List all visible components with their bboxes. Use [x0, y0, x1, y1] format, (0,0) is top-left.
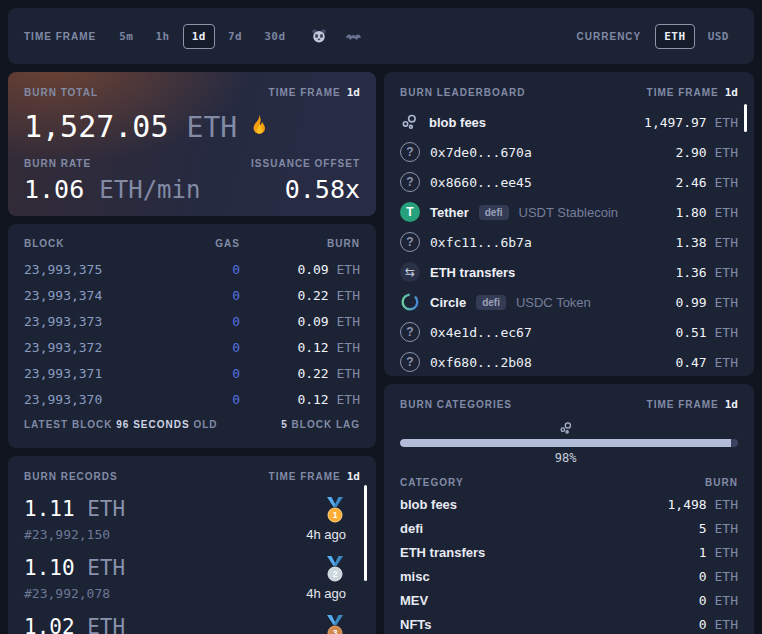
- category-bar-track: [400, 439, 738, 447]
- leaderboard-entry-name: 0x8660...ee45: [430, 175, 532, 190]
- burn-records-list: 1.11 ETH #23,992,150 1 4h ago 1.10 ETH #…: [24, 497, 360, 634]
- timeframe-button-1h[interactable]: 1h: [146, 24, 178, 49]
- block-number: 23,993,373: [24, 310, 162, 333]
- latest-block-age-prefix: LATEST BLOCK: [24, 419, 112, 430]
- category-name: MEV: [400, 593, 428, 608]
- block-gas: 0: [162, 362, 240, 385]
- leaderboard-row[interactable]: ? 0x4e1d...ec67 0.51 ETH: [400, 317, 738, 347]
- burn-column-header: BURN: [240, 238, 360, 255]
- block-gas: 0: [162, 310, 240, 333]
- leaderboard-entry-amount: 0.47 ETH: [675, 355, 738, 370]
- block-number: 23,993,370: [24, 388, 162, 411]
- burn-total-amount: 1,527.05 ETH: [24, 109, 360, 144]
- gas-column-header: GAS: [162, 238, 240, 255]
- category-amount: 1,498 ETH: [668, 497, 738, 512]
- panda-icon[interactable]: [309, 26, 329, 46]
- record-right: 1 4h ago: [306, 497, 360, 542]
- leaderboard-entry-amount: 2.90 ETH: [675, 145, 738, 160]
- leaderboard-entry-name: 0x7de0...670a: [430, 145, 532, 160]
- block-lag-label: BLOCK LAG: [292, 419, 360, 430]
- question-icon: ?: [400, 142, 420, 162]
- category-bar-fill-blob-fees: [400, 439, 731, 447]
- record-block-number: #23,992,078: [24, 586, 125, 601]
- timeframe-button-5m[interactable]: 5m: [110, 24, 142, 49]
- record-left: 1.11 ETH #23,992,150: [24, 497, 125, 542]
- timeframe-button-30d[interactable]: 30d: [255, 24, 294, 49]
- records-scrollbar[interactable]: [364, 485, 367, 581]
- category-column-header: CATEGORY: [400, 477, 464, 488]
- leaderboard-row[interactable]: ? 0x7de0...670a 2.90 ETH: [400, 137, 738, 167]
- block-burn: 0.12 ETH: [240, 336, 360, 359]
- currency-button-usd[interactable]: USD: [699, 24, 738, 49]
- circle-icon: [400, 292, 420, 312]
- svg-text:1: 1: [333, 510, 338, 520]
- currency-button-eth[interactable]: ETH: [655, 24, 694, 49]
- currency-controls: CURRENCY ETHUSD: [577, 24, 738, 49]
- bat-icon: [345, 30, 362, 43]
- block-gas: 0: [162, 258, 240, 281]
- category-amount: 5 ETH: [699, 521, 738, 536]
- burn-categories-title: BURN CATEGORIES: [400, 399, 512, 410]
- record-amount: 1.11 ETH: [24, 497, 125, 521]
- block-number: 23,993,375: [24, 258, 162, 281]
- burn-total-card: BURN TOTAL TIME FRAME 1d 1,527.05 ETH BU…: [8, 72, 376, 216]
- bat-icon[interactable]: [343, 28, 364, 45]
- block-number: 23,993,374: [24, 284, 162, 307]
- leaderboard-row[interactable]: blob fees 1,497.97 ETH: [400, 107, 738, 137]
- block-number: 23,993,372: [24, 336, 162, 359]
- blob-icon: [400, 113, 419, 132]
- category-amount: 1 ETH: [699, 545, 738, 560]
- leaderboard-row[interactable]: ⇆ ETH transfers 1.36 ETH: [400, 257, 738, 287]
- leaderboard-rows: blob fees 1,497.97 ETH ? 0x7de0...670a 2…: [400, 107, 738, 376]
- leaderboard-row[interactable]: ? 0xfc11...6b7a 1.38 ETH: [400, 227, 738, 257]
- burn-total-timeframe-chip[interactable]: TIME FRAME 1d: [269, 86, 360, 99]
- record-left: 1.10 ETH #23,992,078: [24, 556, 125, 601]
- leaderboard-row[interactable]: Circle defi USDC Token 0.99 ETH: [400, 287, 738, 317]
- burn-categories-timeframe-chip[interactable]: TIME FRAME 1d: [647, 398, 738, 411]
- currency-label: CURRENCY: [577, 31, 642, 42]
- category-row: ETH transfers 1 ETH: [400, 540, 738, 564]
- defi-badge: defi: [479, 205, 509, 220]
- panda-icon: [311, 28, 327, 44]
- block-burn: 0.22 ETH: [240, 362, 360, 385]
- burn-records-timeframe-chip[interactable]: TIME FRAME 1d: [269, 470, 360, 483]
- top-bar: TIME FRAME 5m1h1d7d30d CURRENCY ETHUSD: [8, 8, 754, 64]
- leaderboard-row[interactable]: T Tether defi USDT Stablecoin 1.80 ETH: [400, 197, 738, 227]
- latest-blocks-card: BLOCK GAS BURN 23,993,375 0 0.09 ETH23,9…: [8, 224, 376, 448]
- burn-rate-label: BURN RATE: [24, 158, 91, 169]
- leaderboard-row[interactable]: ? 0x8660...ee45 2.46 ETH: [400, 167, 738, 197]
- burn-record-row: 1.02 ETH #23,992,153 3 4h ago: [24, 615, 360, 634]
- timeframe-label: TIME FRAME: [24, 31, 96, 42]
- timeframe-button-7d[interactable]: 7d: [219, 24, 251, 49]
- category-row: misc 0 ETH: [400, 564, 738, 588]
- timeframe-button-1d[interactable]: 1d: [183, 24, 215, 49]
- category-rows: blob fees 1,498 ETH defi 5 ETH ETH trans…: [400, 492, 738, 634]
- burn-records-card: BURN RECORDS TIME FRAME 1d 1.11 ETH #23,…: [8, 456, 376, 634]
- block-burn: 0.09 ETH: [240, 258, 360, 281]
- leaderboard-entry-name: ETH transfers: [430, 265, 515, 280]
- defi-badge: defi: [476, 295, 506, 310]
- burn-leaderboard-timeframe-chip[interactable]: TIME FRAME 1d: [647, 86, 738, 99]
- leaderboard-entry-amount: 0.51 ETH: [675, 325, 738, 340]
- category-row: defi 5 ETH: [400, 516, 738, 540]
- burn-total-value: 1,527.05: [24, 109, 169, 144]
- record-block-number: #23,992,150: [24, 527, 125, 542]
- burn-leaderboard-card: BURN LEADERBOARD TIME FRAME 1d blob fees…: [384, 72, 754, 376]
- burn-record-row: 1.10 ETH #23,992,078 2 4h ago: [24, 556, 360, 601]
- leaderboard-entry-amount: 1,497.97 ETH: [644, 115, 738, 130]
- leaderboard-entry-amount: 0.99 ETH: [675, 295, 738, 310]
- svg-text:3: 3: [333, 628, 338, 634]
- leaderboard-row[interactable]: ? 0xf680...2b08 0.47 ETH: [400, 347, 738, 376]
- latest-block-age-value: 96 SECONDS: [116, 419, 189, 430]
- leaderboard-scrollbar[interactable]: [744, 104, 747, 132]
- latest-block-age: LATEST BLOCK 96 SECONDS OLD: [24, 419, 218, 430]
- blob-icon: [558, 421, 573, 436]
- category-name: ETH transfers: [400, 545, 485, 560]
- record-amount: 1.10 ETH: [24, 556, 125, 580]
- question-icon: ?: [400, 172, 420, 192]
- burn-total-unit: ETH: [187, 111, 238, 144]
- category-amount: 0 ETH: [699, 593, 738, 608]
- block-lag-value: 5: [281, 419, 288, 430]
- record-time-ago: 4h ago: [306, 586, 346, 601]
- leaderboard-entry-name: 0x4e1d...ec67: [430, 325, 532, 340]
